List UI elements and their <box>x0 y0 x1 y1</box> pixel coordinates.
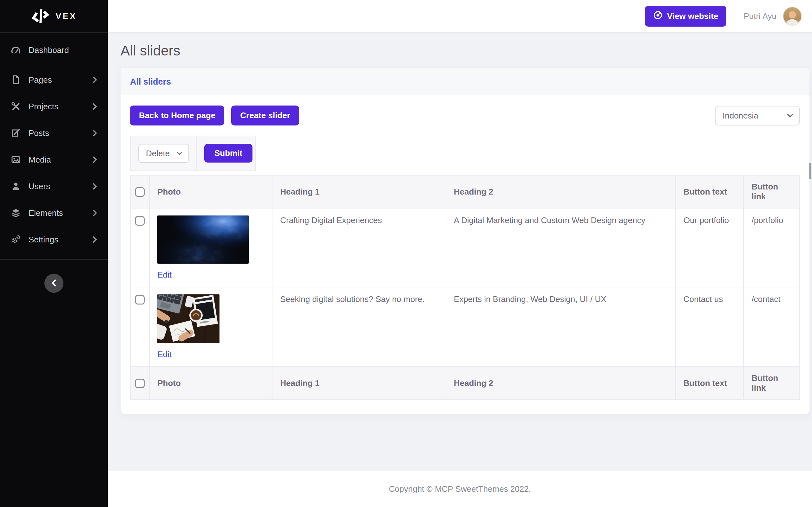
sidebar-item-dashboard[interactable]: Dashboard <box>0 37 108 63</box>
table-row: Edit Crafting Digital Experiences A Digi… <box>131 208 800 287</box>
sidebar-item-label: Settings <box>29 235 58 245</box>
col-photo: Photo <box>149 367 272 400</box>
view-website-label: View website <box>667 11 718 21</box>
col-button-text: Button text <box>676 367 744 400</box>
page-footer: Copyright © MCP SweetThemes 2022. <box>108 471 812 507</box>
col-photo: Photo <box>149 175 272 208</box>
topbar: View website Putri Ayu <box>108 0 812 32</box>
select-all-checkbox[interactable] <box>135 379 145 388</box>
sidebar-item-projects[interactable]: Projects <box>0 93 108 120</box>
avatar <box>783 7 802 26</box>
cell-heading1: Seeking digital solutions? Say no more. <box>272 287 446 367</box>
chevron-right-icon <box>93 103 97 110</box>
page-icon <box>11 75 21 85</box>
cell-button-link: /portfolio <box>744 208 800 287</box>
page-title: All sliders <box>120 41 809 60</box>
person-icon <box>11 181 21 191</box>
edit-link[interactable]: Edit <box>157 270 171 280</box>
edit-link[interactable]: Edit <box>157 349 171 359</box>
chevron-right-icon <box>93 236 97 243</box>
view-website-button[interactable]: View website <box>645 6 726 26</box>
app-root: VEX Dashboard Pages <box>0 0 812 507</box>
col-button-link: Button link <box>744 367 800 400</box>
language-select[interactable]: Indonesia <box>715 106 800 125</box>
sidebar-item-label: Elements <box>29 208 63 218</box>
main-area: View website Putri Ayu All sliders All s… <box>108 0 812 507</box>
language-select-wrap: Indonesia <box>715 106 800 125</box>
post-edit-icon <box>11 128 21 138</box>
submit-button[interactable]: Submit <box>204 144 252 163</box>
bulk-submit-cell: Submit <box>197 136 260 170</box>
tools-icon <box>11 101 21 112</box>
sidebar-item-label: Pages <box>29 75 52 85</box>
col-heading1: Heading 1 <box>272 367 446 400</box>
bulk-action-select[interactable]: Delete <box>138 144 189 163</box>
card-body: Back to Home page Create slider Indonesi… <box>120 95 809 414</box>
table-footer-row: Photo Heading 1 Heading 2 Button text Bu… <box>131 367 800 400</box>
chevron-right-icon <box>93 210 97 216</box>
sidebar-item-pages[interactable]: Pages <box>0 66 108 93</box>
layers-icon <box>11 208 21 218</box>
sidebar-divider <box>0 65 108 65</box>
sliders-card: All sliders Back to Home page Create sli… <box>120 68 809 414</box>
gauge-icon <box>11 45 21 55</box>
all-sliders-link[interactable]: All sliders <box>130 77 171 87</box>
chevron-right-icon <box>93 130 97 136</box>
cell-heading2: Experts in Branding, Web Design, UI / UX <box>446 287 676 367</box>
select-all-checkbox[interactable] <box>135 187 145 197</box>
slider-photo-workspace-desk <box>157 294 219 343</box>
cell-button-link: /contact <box>744 287 800 367</box>
image-icon <box>11 155 21 165</box>
chevron-right-icon <box>93 156 97 163</box>
scrollbar-thumb[interactable] <box>809 163 811 179</box>
sidebar-item-media[interactable]: Media <box>0 147 108 173</box>
sidebar-item-elements[interactable]: Elements <box>0 200 108 226</box>
sidebar-item-label: Media <box>29 155 51 165</box>
logo: VEX <box>0 0 108 33</box>
chevron-right-icon <box>93 183 97 190</box>
sidebar-item-posts[interactable]: Posts <box>0 120 108 147</box>
table-header-row: Photo Heading 1 Heading 2 Button text Bu… <box>131 175 800 208</box>
sidebar-item-settings[interactable]: Settings <box>0 226 108 253</box>
content: All sliders All sliders Back to Home pag… <box>108 32 812 471</box>
user-menu[interactable]: Putri Ayu <box>744 7 802 26</box>
sidebar-item-label: Dashboard <box>29 45 69 55</box>
col-heading2: Heading 2 <box>446 175 676 208</box>
vex-logo-icon <box>31 9 50 24</box>
actions-row: Back to Home page Create slider Indonesi… <box>130 106 800 125</box>
row-checkbox[interactable] <box>135 295 145 304</box>
sidebar-item-label: Users <box>29 181 50 191</box>
cell-button-text: Contact us <box>676 287 744 367</box>
bulk-action-cell: Delete <box>131 136 197 170</box>
sidebar-item-label: Posts <box>29 128 49 138</box>
cell-heading1: Crafting Digital Experiences <box>272 208 446 287</box>
sidebar-footer <box>0 259 108 293</box>
slider-photo-abstract-blue-smoke <box>157 216 249 264</box>
sidebar: VEX Dashboard Pages <box>0 0 108 507</box>
logo-text: VEX <box>55 11 77 21</box>
cell-button-text: Our portfolio <box>676 208 744 287</box>
col-button-link: Button link <box>744 175 800 208</box>
sidebar-menu: Dashboard Pages Projects <box>0 33 108 293</box>
copyright-text: Copyright © MCP SweetThemes 2022. <box>389 484 531 494</box>
chevron-left-icon <box>51 278 56 289</box>
sliders-table: Photo Heading 1 Heading 2 Button text Bu… <box>130 175 800 400</box>
topbar-divider <box>734 8 735 24</box>
sidebar-collapse-button[interactable] <box>44 274 63 293</box>
bulk-actions-box: Delete Submit <box>130 135 256 171</box>
card-header: All sliders <box>120 68 809 95</box>
table-row: Edit Seeking digital solutions? Say no m… <box>131 287 800 367</box>
col-heading1: Heading 1 <box>272 175 446 208</box>
col-button-text: Button text <box>676 175 744 208</box>
create-slider-button[interactable]: Create slider <box>231 106 299 125</box>
chevron-right-icon <box>93 76 97 83</box>
cell-heading2: A Digital Marketing and Custom Web Desig… <box>446 208 676 287</box>
gears-icon <box>11 234 21 245</box>
sidebar-item-users[interactable]: Users <box>0 173 108 200</box>
user-name: Putri Ayu <box>744 11 776 21</box>
back-to-home-button[interactable]: Back to Home page <box>130 106 224 125</box>
sidebar-item-label: Projects <box>29 102 58 112</box>
col-heading2: Heading 2 <box>446 367 676 400</box>
row-checkbox[interactable] <box>135 216 145 226</box>
globe-circle-icon <box>653 10 663 22</box>
